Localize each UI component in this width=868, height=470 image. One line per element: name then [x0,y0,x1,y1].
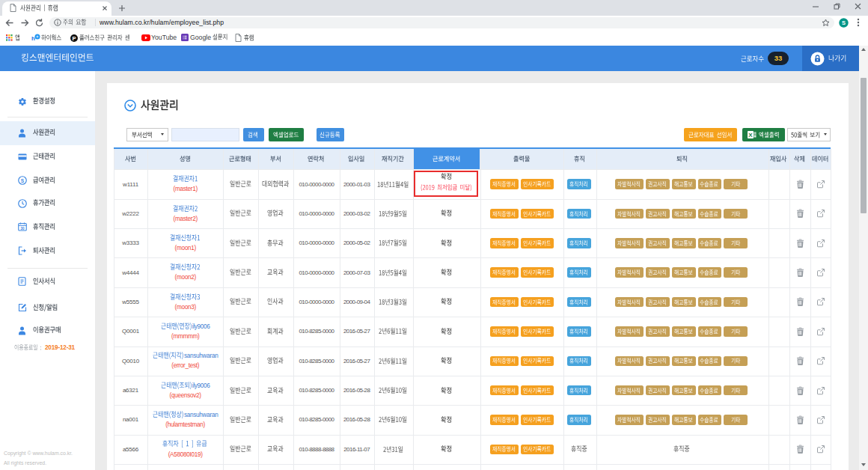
svg-text:P: P [72,34,76,41]
svg-text:h: h [31,35,35,42]
svg-text:30: 30 [20,227,25,231]
svg-text:X: X [748,132,753,138]
svg-text:S: S [841,19,845,26]
svg-text:S: S [20,178,24,183]
